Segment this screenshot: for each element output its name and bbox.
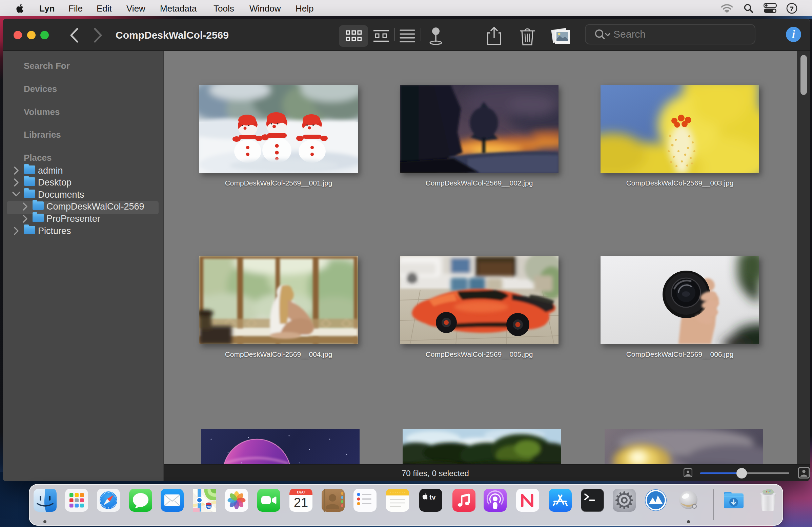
svg-text:280: 280 xyxy=(206,505,211,509)
svg-text:tv: tv xyxy=(430,493,436,501)
svg-text:21: 21 xyxy=(294,496,308,510)
svg-text:DEC: DEC xyxy=(297,490,305,494)
